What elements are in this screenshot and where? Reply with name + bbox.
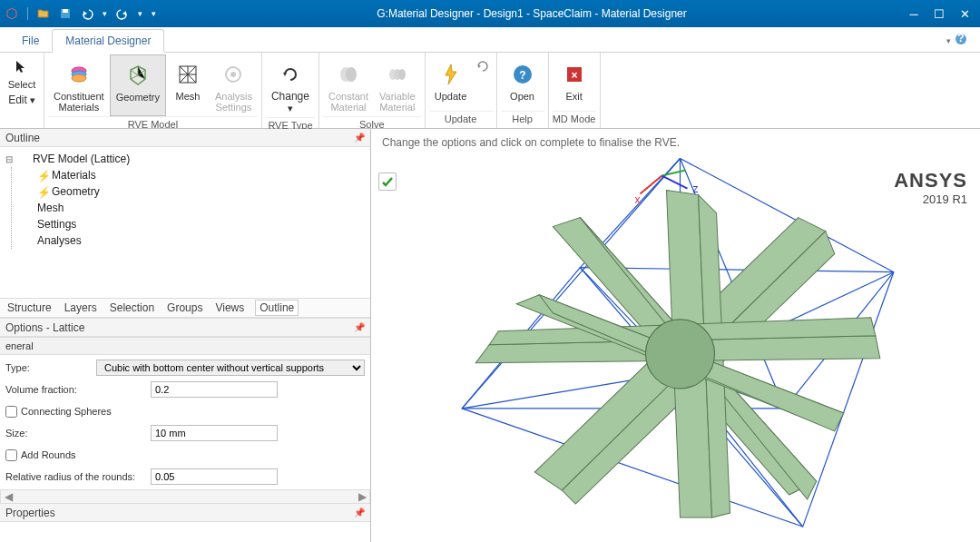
close-button[interactable]: ✕ xyxy=(958,7,971,20)
viewport[interactable]: Change the options and click on complete… xyxy=(371,129,980,542)
svg-rect-2 xyxy=(63,9,68,13)
exit-button[interactable]: × Exit xyxy=(553,54,596,111)
mesh-button[interactable]: Mesh xyxy=(166,54,210,116)
svg-point-17 xyxy=(346,67,357,82)
tree-item-materials[interactable]: ⚡ Materials xyxy=(21,167,365,183)
volume-input[interactable] xyxy=(151,381,278,398)
svg-marker-22 xyxy=(478,64,481,68)
ribbon-group-rve-type: Change▾ RVE Type xyxy=(262,53,319,128)
svg-marker-3 xyxy=(83,11,87,15)
ribbon: Select Edit ▾ Constituent Materials Geom… xyxy=(0,53,980,129)
ribbon-group-select-edit: Select Edit ▾ xyxy=(0,53,44,128)
svg-point-10 xyxy=(72,74,86,82)
undo-icon[interactable] xyxy=(81,7,93,20)
radius-input[interactable] xyxy=(151,468,278,485)
variable-material-button[interactable]: Variable Material xyxy=(374,54,421,116)
open-help-button[interactable]: ? Open xyxy=(501,54,544,111)
edit-label: Edit ▾ xyxy=(8,94,35,106)
option-volume-row: Volume fraction: xyxy=(5,380,365,399)
outline-tree[interactable]: ⊟ RVE Model (Lattice) ⚡ Materials ⚡ Geom… xyxy=(0,147,370,298)
update-extra-button[interactable] xyxy=(473,54,493,111)
tab-groups[interactable]: Groups xyxy=(165,300,204,316)
tab-layers[interactable]: Layers xyxy=(63,300,99,316)
viewport-hint: Change the options and click on complete… xyxy=(371,129,980,153)
size-input[interactable] xyxy=(151,425,278,441)
select-label: Select xyxy=(8,79,36,90)
geometry-button[interactable]: Geometry xyxy=(110,54,166,116)
pin-icon[interactable]: 📌 xyxy=(354,508,365,517)
minimize-button[interactable]: ─ xyxy=(907,7,920,20)
update-button[interactable]: Update xyxy=(429,54,473,111)
change-button[interactable]: Change▾ xyxy=(266,54,315,117)
redo-dropdown[interactable]: ▾ xyxy=(138,9,142,18)
svg-line-47 xyxy=(662,176,687,189)
properties-header: Properties 📌 xyxy=(0,504,370,522)
scroll-right-icon[interactable]: ▶ xyxy=(355,490,369,503)
edit-button[interactable]: Edit ▾ xyxy=(4,91,40,106)
options-title: Options - Lattice xyxy=(5,321,84,334)
constituent-materials-button[interactable]: Constituent Materials xyxy=(48,54,110,116)
group-label-help: Help xyxy=(501,111,544,126)
svg-marker-0 xyxy=(7,8,16,19)
help-dropdown[interactable]: ▾ ? xyxy=(943,29,971,52)
left-panel: Outline 📌 ⊟ RVE Model (Lattice) ⚡ Materi… xyxy=(0,129,371,542)
tree-item-mesh[interactable]: Mesh xyxy=(21,200,365,216)
constant-material-icon xyxy=(336,62,361,87)
tab-views[interactable]: Views xyxy=(213,300,246,316)
tree-item-settings[interactable]: Settings xyxy=(21,216,365,232)
variable-material-icon xyxy=(385,62,410,87)
axis-x-label: x xyxy=(634,193,640,206)
option-radius-row: Relative radius of the rounds: xyxy=(5,468,365,486)
select-button[interactable]: Select xyxy=(4,54,40,91)
redo-icon[interactable] xyxy=(116,7,129,20)
pin-icon[interactable]: 📌 xyxy=(354,322,365,332)
viewport-canvas[interactable]: ANSYS 2019 R1 xyxy=(371,153,980,542)
scroll-left-icon[interactable]: ◀ xyxy=(1,490,15,503)
geometry-icon xyxy=(125,63,151,88)
svg-point-44 xyxy=(645,320,714,389)
tab-outline[interactable]: Outline xyxy=(255,300,299,316)
analysis-settings-button[interactable]: Analysis Settings xyxy=(210,54,258,116)
tree-item-analyses[interactable]: Analyses xyxy=(21,232,365,249)
type-label: Type: xyxy=(5,362,96,373)
maximize-button[interactable]: ☐ xyxy=(933,7,946,20)
add-rounds-checkbox[interactable] xyxy=(5,449,17,461)
add-rounds-label: Add Rounds xyxy=(21,449,166,460)
lightning-small-icon: ⚡ xyxy=(37,170,48,181)
connecting-spheres-checkbox[interactable] xyxy=(5,406,17,418)
window-title: G:Material Designer - Design1 - SpaceCla… xyxy=(156,7,907,20)
pin-icon[interactable]: 📌 xyxy=(354,133,365,143)
tree-root[interactable]: ⊟ RVE Model (Lattice) xyxy=(5,151,365,167)
tree-item-geometry[interactable]: ⚡ Geometry xyxy=(21,183,365,200)
ribbon-group-md-mode: × Exit MD Mode xyxy=(549,53,601,128)
save-icon[interactable] xyxy=(59,7,72,20)
material-designer-tab[interactable]: Material Designer xyxy=(52,29,164,53)
option-type-row: Type: Cubic with bottom center without v… xyxy=(5,359,365,377)
size-label: Size: xyxy=(5,428,151,439)
tab-structure[interactable]: Structure xyxy=(5,300,54,316)
undo-dropdown[interactable]: ▾ xyxy=(103,9,107,18)
horizontal-scrollbar[interactable]: ◀ ▶ xyxy=(0,489,370,504)
tab-selection[interactable]: Selection xyxy=(108,300,156,316)
svg-marker-21 xyxy=(446,64,456,84)
properties-title: Properties xyxy=(5,507,55,519)
complete-checkmark-button[interactable] xyxy=(378,172,397,191)
constant-material-button[interactable]: Constant Material xyxy=(323,54,374,116)
lightning-icon xyxy=(438,62,464,87)
ribbon-group-solve: Constant Material Variable Material Solv… xyxy=(319,53,426,128)
exit-icon: × xyxy=(562,62,587,87)
type-select[interactable]: Cubic with bottom center without vertica… xyxy=(96,360,365,376)
help-icon[interactable]: ? xyxy=(955,33,967,48)
svg-rect-27 xyxy=(18,153,29,164)
open-folder-icon[interactable] xyxy=(37,7,50,20)
svg-point-14 xyxy=(230,72,236,77)
group-label-update: Update xyxy=(429,111,493,126)
ansys-brand: ANSYS 2019 R1 xyxy=(894,169,967,206)
svg-text:×: × xyxy=(571,69,577,82)
option-size-row: Size: xyxy=(5,424,365,442)
tree-collapse-icon[interactable]: ⊟ xyxy=(5,154,15,164)
options-header: Options - Lattice 📌 xyxy=(0,319,370,337)
menu-bar: File Material Designer ▾ ? xyxy=(0,27,980,53)
file-menu[interactable]: File xyxy=(9,30,52,52)
model-3d-view[interactable]: x z xyxy=(371,153,980,542)
